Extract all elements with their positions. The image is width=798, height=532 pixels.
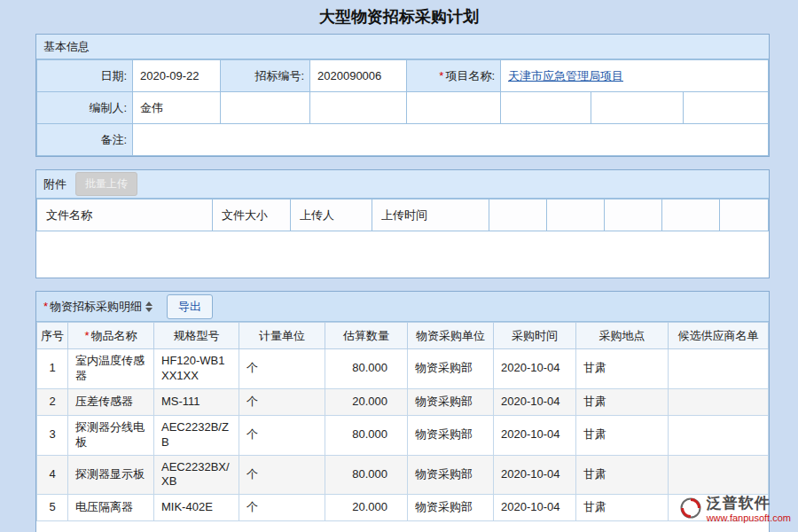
cell-time: 2020-10-04 [494, 415, 576, 455]
table-row: 4 探测器显示板 AEC2232BX/XB 个 80.000 物资采购部 202… [37, 455, 769, 495]
cell-unit: 个 [239, 349, 325, 389]
export-button[interactable]: 导出 [167, 294, 213, 319]
col-seq: 序号 [37, 323, 68, 349]
empty-cell [501, 92, 591, 124]
cell-seq: 4 [37, 455, 68, 495]
attach-col-filesize: 文件大小 [213, 200, 291, 231]
cell-qty: 80.000 [325, 349, 408, 389]
cell-unit: 个 [239, 495, 325, 521]
cell-time: 2020-10-04 [494, 455, 576, 495]
col-item-name: *物品名称 [68, 323, 154, 349]
page-title: 大型物资招标采购计划 [0, 0, 798, 34]
cell-seq: 5 [37, 495, 68, 521]
empty-header-cell [489, 200, 547, 231]
col-time: 采购时间 [494, 323, 576, 349]
cell-time: 2020-10-04 [494, 495, 576, 521]
cell-dept: 物资采购部 [408, 388, 494, 415]
empty-header-cell [605, 200, 662, 231]
empty-cell [684, 92, 769, 124]
cell-time: 2020-10-04 [494, 349, 576, 389]
col-model: 规格型号 [154, 323, 239, 349]
cell-seq: 2 [37, 388, 68, 415]
details-table: 序号 *物品名称 规格型号 计量单位 估算数量 物资采购单位 采购时间 采购地点… [36, 322, 769, 521]
cell-model: HF120-WB1XX1XX [154, 349, 239, 389]
cell-dept: 物资采购部 [408, 495, 494, 521]
empty-header-cell [547, 200, 605, 231]
required-asterisk: * [439, 69, 443, 82]
empty-cell [407, 92, 501, 124]
cell-qty: 20.000 [325, 495, 408, 521]
cell-model: AEC2232B/ZB [154, 415, 239, 455]
col-supplier: 候选供应商名单 [669, 323, 769, 349]
author-label: 编制人: [37, 92, 133, 124]
cell-place: 甘肃 [576, 388, 669, 415]
vendor-brand-name: 泛普软件 [707, 496, 791, 512]
empty-header-cell [662, 200, 720, 231]
table-row: 1 室内温度传感器 HF120-WB1XX1XX 个 80.000 物资采购部 … [37, 349, 769, 389]
cell-qty: 20.000 [325, 388, 408, 415]
basic-info-table: 日期: 2020-09-22 招标编号: 2020090006 *项目名称: 天… [36, 59, 769, 156]
details-empty-area [36, 521, 769, 532]
bid-no-value: 2020090006 [310, 60, 407, 92]
project-label-text: 项目名称: [445, 69, 495, 82]
project-label: *项目名称: [407, 60, 501, 92]
basic-info-section-title: 基本信息 [36, 35, 769, 59]
remark-value [133, 124, 769, 156]
batch-upload-button[interactable]: 批量上传 [75, 172, 137, 196]
cell-dept: 物资采购部 [408, 455, 494, 495]
required-asterisk: * [84, 329, 89, 342]
empty-cell [310, 92, 407, 124]
attach-col-uploader: 上传人 [291, 200, 372, 231]
project-link[interactable]: 天津市应急管理局项目 [508, 69, 623, 82]
attach-col-uploadtime: 上传时间 [372, 200, 489, 231]
attachments-table: 文件名称 文件大小 上传人 上传时间 [36, 199, 769, 231]
cell-dept: 物资采购部 [408, 349, 494, 389]
table-row: 3 探测器分线电板 AEC2232B/ZB 个 80.000 物资采购部 202… [37, 415, 769, 455]
required-asterisk: * [43, 300, 48, 313]
cell-supplier [669, 415, 769, 455]
attachments-section-title: 附件 [43, 176, 66, 192]
cell-unit: 个 [239, 455, 325, 495]
col-unit: 计量单位 [239, 323, 325, 349]
date-label: 日期: [37, 60, 133, 92]
project-value-cell: 天津市应急管理局项目 [501, 60, 769, 92]
col-place: 采购地点 [576, 323, 669, 349]
sort-icon[interactable] [145, 301, 153, 312]
cell-dept: 物资采购部 [408, 415, 494, 455]
vendor-url: www.fanpusoft.com [707, 512, 791, 523]
date-value: 2020-09-22 [133, 60, 221, 92]
table-row: 5 电压隔离器 MIK-402E 个 20.000 物资采购部 2020-10-… [37, 495, 769, 521]
attach-col-filename: 文件名称 [37, 200, 213, 231]
bid-no-label: 招标编号: [221, 60, 310, 92]
details-header-bar: * 物资招标采购明细 导出 [36, 292, 769, 322]
cell-unit: 个 [239, 415, 325, 455]
cell-item-name: 电压隔离器 [68, 495, 154, 521]
attachments-header-bar: 附件 批量上传 [36, 170, 769, 199]
basic-info-panel: 基本信息 日期: 2020-09-22 招标编号: 2020090006 *项目… [35, 34, 770, 157]
col-qty: 估算数量 [325, 323, 408, 349]
cell-qty: 80.000 [325, 415, 408, 455]
details-section-title: 物资招标采购明细 [50, 299, 142, 315]
empty-cell [591, 92, 684, 124]
vendor-logo-icon [679, 497, 702, 522]
cell-item-name: 压差传感器 [68, 388, 154, 415]
empty-header-cell [720, 200, 769, 231]
details-panel: * 物资招标采购明细 导出 序号 *物品名称 规格型号 计量单位 估算数量 物资… [35, 291, 770, 532]
col-dept: 物资采购单位 [408, 323, 494, 349]
cell-seq: 1 [37, 349, 68, 389]
cell-seq: 3 [37, 415, 68, 455]
cell-model: MS-111 [154, 388, 239, 415]
vendor-watermark: 泛普软件 www.fanpusoft.com [679, 496, 791, 523]
attachments-panel: 附件 批量上传 文件名称 文件大小 上传人 上传时间 [35, 169, 770, 278]
cell-supplier [669, 388, 769, 415]
attachments-empty-area [36, 231, 769, 278]
remark-label: 备注: [37, 124, 133, 156]
cell-place: 甘肃 [576, 349, 669, 389]
cell-place: 甘肃 [576, 455, 669, 495]
cell-unit: 个 [239, 388, 325, 415]
author-value: 金伟 [133, 92, 221, 124]
empty-cell [221, 92, 310, 124]
cell-supplier [669, 349, 769, 389]
cell-model: AEC2232BX/XB [154, 455, 239, 495]
table-row: 2 压差传感器 MS-111 个 20.000 物资采购部 2020-10-04… [37, 388, 769, 415]
